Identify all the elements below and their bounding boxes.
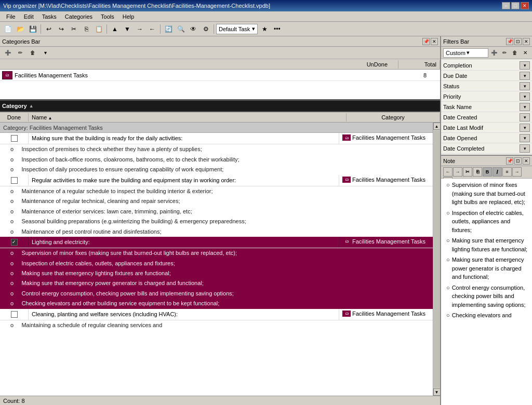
vertical-scrollbar[interactable]: ▲ ▼ <box>433 123 440 396</box>
settings-button[interactable]: ⚙ <box>200 23 211 35</box>
filter-add-button[interactable]: ➕ <box>489 48 499 58</box>
done-col-header[interactable]: Done <box>0 113 29 122</box>
cat-add-button[interactable]: ➕ <box>2 47 14 59</box>
filter-row-lastmodified[interactable]: Date Last Modif ▾ <box>441 123 532 133</box>
cut-button[interactable]: ✂ <box>68 23 79 35</box>
note-back-button[interactable]: ← <box>443 167 453 177</box>
filter-completion-dropdown[interactable]: ▾ <box>520 61 530 70</box>
filter-close-btn[interactable]: ✕ <box>521 48 530 58</box>
view-button[interactable]: 👁 <box>188 23 199 35</box>
filters-close-button[interactable]: ✕ <box>523 38 530 45</box>
indent-button[interactable]: → <box>134 23 145 35</box>
window-controls: – □ ✕ <box>502 2 529 9</box>
filter-dateopened-dropdown[interactable]: ▾ <box>520 134 530 142</box>
note-cut-button[interactable]: ✂ <box>463 167 472 177</box>
filter-lastmodified-dropdown[interactable]: ▾ <box>520 124 530 132</box>
filter-row-dateopened[interactable]: Date Opened ▾ <box>441 133 532 143</box>
scroll-up-button[interactable]: ▲ <box>433 123 441 130</box>
filter-datecreated-dropdown[interactable]: ▾ <box>520 113 530 122</box>
task-checkbox[interactable]: ✓ <box>11 239 18 246</box>
cat-edit-button[interactable]: ✏ <box>15 47 26 59</box>
categories-pin-button[interactable]: 📌 <box>422 38 430 45</box>
undo-button[interactable]: ↩ <box>43 23 55 35</box>
filter-row-completion[interactable]: Completion ▾ <box>441 60 532 71</box>
note-close-button[interactable]: ✕ <box>523 157 530 165</box>
save-button[interactable]: 💾 <box>27 23 38 35</box>
filter-taskname-dropdown[interactable]: ▾ <box>520 103 530 111</box>
category-col-header[interactable]: Category <box>347 113 440 122</box>
task-done-cell[interactable]: ✓ <box>0 237 29 248</box>
menu-tasks[interactable]: Tasks <box>38 12 61 21</box>
star-button[interactable]: ★ <box>259 23 270 35</box>
filter-delete-button[interactable]: 🗑 <box>510 48 520 58</box>
note-italic-button[interactable]: I <box>493 167 502 177</box>
up-button[interactable]: ▲ <box>109 23 121 35</box>
filter-row-taskname[interactable]: Task Name ▾ <box>441 102 532 112</box>
filter-row-status[interactable]: Status ▾ <box>441 81 532 91</box>
note-bold-button[interactable]: B <box>483 167 492 177</box>
filter-row-datecompleted[interactable]: Date Completed ▾ <box>441 143 532 154</box>
task-category-cell: 🗂 Facilities Management Tasks <box>339 175 433 186</box>
close-button[interactable]: ✕ <box>521 2 529 9</box>
copy-button[interactable]: ⎘ <box>81 23 92 35</box>
task-done-cell[interactable] <box>0 175 29 186</box>
scroll-track[interactable] <box>434 130 440 388</box>
note-pin-button[interactable]: 📌 <box>506 157 513 165</box>
filters-pin-button[interactable]: 📌 <box>506 38 513 45</box>
filter-preset-dropdown[interactable]: Custom ▾ <box>443 48 488 58</box>
toolbar-separator-2 <box>107 24 107 34</box>
task-checkbox[interactable] <box>11 135 18 142</box>
note-content[interactable]: ○ Supervision of minor fixes (making sur… <box>441 179 532 405</box>
list-item: o Seasonal building preparations (e.g.wi… <box>0 217 433 226</box>
name-col-header[interactable]: Name <box>29 113 347 122</box>
filter-row-priority[interactable]: Priority ▾ <box>441 91 532 102</box>
table-row[interactable]: ✓ Lighting and electricity: 🗂 Facilities… <box>0 237 433 248</box>
scroll-down-button[interactable]: ▼ <box>433 388 441 396</box>
menu-edit[interactable]: Edit <box>20 12 38 21</box>
filter-row-duedate[interactable]: Due Date ▾ <box>441 71 532 81</box>
note-indent-button[interactable]: → <box>512 167 522 177</box>
cat-more-button[interactable]: ▾ <box>39 47 51 59</box>
cat-delete-button[interactable]: 🗑 <box>27 47 38 59</box>
minimize-button[interactable]: – <box>502 2 510 9</box>
refresh-button[interactable]: 🔄 <box>163 23 174 35</box>
categories-list: UnDone Total 🗂 Facilities Management Tas… <box>0 59 440 101</box>
filter-preset-label: Custom <box>446 50 466 56</box>
categories-close-button[interactable]: ✕ <box>431 38 438 45</box>
filter-priority-dropdown[interactable]: ▾ <box>520 92 530 101</box>
task-checkbox[interactable] <box>11 311 18 318</box>
filter-button[interactable]: 🔍 <box>175 23 187 35</box>
paste-button[interactable]: 📋 <box>93 23 104 35</box>
outdent-button[interactable]: ← <box>147 23 158 35</box>
task-list-body[interactable]: Category: Facilities Management Tasks Ma… <box>0 123 433 396</box>
task-cat-icon: 🗂 <box>342 238 351 245</box>
dots-button[interactable]: ••• <box>271 23 283 35</box>
table-row[interactable]: Making sure that the building is ready f… <box>0 133 433 144</box>
note-list-button[interactable]: ≡ <box>502 167 512 177</box>
filter-datecompleted-dropdown[interactable]: ▾ <box>520 144 530 153</box>
redo-button[interactable]: ↪ <box>56 23 67 35</box>
menu-tools[interactable]: Tools <box>97 12 118 21</box>
new-task-button[interactable]: 📄 <box>2 23 14 35</box>
filters-restore-button[interactable]: ⊡ <box>514 38 522 45</box>
task-done-cell[interactable] <box>0 133 29 144</box>
filter-duedate-dropdown[interactable]: ▾ <box>520 72 530 80</box>
open-button[interactable]: 📂 <box>15 23 26 35</box>
table-row[interactable]: Cleaning, planting and welfare services … <box>0 309 433 320</box>
menu-file[interactable]: File <box>2 12 20 21</box>
category-row[interactable]: 🗂 Facilities Management Tasks 8 <box>0 70 440 81</box>
filter-status-dropdown[interactable]: ▾ <box>520 82 530 90</box>
filter-row-datecreated[interactable]: Date Created ▾ <box>441 112 532 123</box>
menu-help[interactable]: Help <box>118 12 139 21</box>
note-restore-button[interactable]: ⊡ <box>514 157 522 165</box>
task-done-cell[interactable] <box>0 309 29 320</box>
default-task-dropdown[interactable]: Default Task ▾ <box>216 24 258 34</box>
menu-categories[interactable]: Categories <box>61 12 97 21</box>
down-button[interactable]: ▼ <box>122 23 133 35</box>
note-forward-button[interactable]: → <box>453 167 462 177</box>
filter-edit-button[interactable]: ✏ <box>500 48 509 58</box>
maximize-button[interactable]: □ <box>511 2 520 9</box>
table-row[interactable]: Regular activities to make sure the buil… <box>0 175 433 186</box>
task-checkbox[interactable] <box>11 177 18 184</box>
note-copy-button[interactable]: ⎘ <box>473 167 482 177</box>
